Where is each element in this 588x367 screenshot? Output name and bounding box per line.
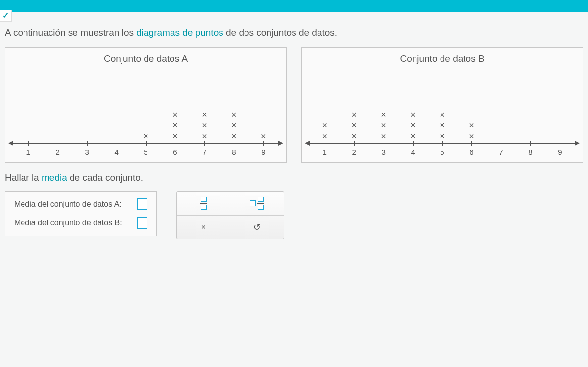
answer-input-a[interactable] [137, 198, 147, 210]
math-toolbox: × ↺ [176, 191, 284, 239]
data-point: × [172, 121, 178, 130]
axis-tick [87, 141, 88, 146]
plots-row: Conjunto de datos A 12345×6×××7×××8×××9×… [5, 47, 583, 163]
axis-tick-label: 1 [26, 148, 30, 156]
answer-line-a: Media del conjunto de datos A: [14, 198, 147, 210]
answer-input-b[interactable] [137, 217, 147, 229]
axis-tick [354, 141, 355, 146]
axis-tick-label: 2 [352, 148, 356, 156]
axis-tick [234, 141, 234, 146]
question-post: de cada conjunto. [67, 172, 143, 183]
axis-tick-label: 5 [144, 148, 147, 156]
check-icon: ✓ [0, 10, 12, 22]
data-point: × [351, 132, 357, 141]
axis-tick-label: 4 [114, 148, 118, 156]
data-point: × [440, 110, 445, 119]
problem-content: A continuación se muestran los diagramas… [0, 12, 588, 249]
data-point: × [202, 110, 207, 119]
data-point: × [231, 110, 237, 119]
axis-tick [501, 141, 501, 146]
fraction-icon [200, 197, 207, 210]
axis-tick [28, 141, 29, 146]
reset-button[interactable]: ↺ [230, 216, 284, 239]
axis-tick-label: 6 [173, 148, 177, 156]
prompt-text-pre: A continuación se muestran los [5, 27, 136, 38]
axis-tick-label: 8 [528, 148, 532, 156]
axis-tick [204, 141, 205, 146]
data-point: × [202, 132, 207, 141]
axis-tick [413, 141, 414, 146]
mixed-number-button[interactable] [230, 192, 284, 215]
answer-line-b: Media del conjunto de datos B: [14, 217, 147, 229]
data-point: × [410, 110, 416, 119]
answer-label-b: Media del conjunto de datos B: [14, 219, 122, 227]
data-point: × [440, 121, 445, 130]
dotplot-a-title: Conjunto de datos A [12, 53, 279, 64]
axis-tick [442, 141, 443, 146]
data-point: × [351, 121, 357, 130]
axis-tick-label: 5 [440, 148, 444, 156]
question-text: Hallar la media de cada conjunto. [5, 172, 583, 183]
axis-tick [325, 141, 325, 146]
data-point: × [172, 110, 178, 119]
data-point: × [231, 132, 237, 141]
data-point: × [261, 132, 266, 141]
axis-tick-label: 4 [411, 148, 415, 156]
data-point: × [410, 121, 416, 130]
axis-tick [560, 141, 560, 146]
data-point: × [469, 132, 474, 141]
answers-row: Media del conjunto de datos A: Media del… [5, 191, 583, 239]
axis-tick-label: 9 [558, 148, 562, 156]
data-point: × [440, 132, 445, 141]
axis-tick [530, 141, 531, 146]
term-link-media[interactable]: media [42, 172, 67, 183]
question-pre: Hallar la [5, 172, 42, 183]
axis-tick-label: 3 [85, 148, 89, 156]
axis-tick [384, 141, 384, 146]
data-point: × [351, 110, 357, 119]
app-top-bar [0, 0, 588, 12]
data-point: × [322, 132, 327, 141]
axis-tick [471, 141, 472, 146]
axis-tick-label: 6 [469, 148, 473, 156]
fraction-button[interactable] [177, 192, 230, 215]
data-point: × [381, 121, 386, 130]
data-point: × [202, 121, 207, 130]
problem-prompt: A continuación se muestran los diagramas… [5, 27, 583, 38]
data-point: × [322, 121, 327, 130]
axis-tick-label: 7 [499, 148, 503, 156]
data-point: × [381, 132, 386, 141]
clear-button[interactable]: × [177, 216, 230, 239]
axis-tick [146, 141, 147, 146]
axis-tick [58, 141, 58, 146]
data-point: × [231, 121, 237, 130]
dotplot-b-title: Conjunto de datos B [309, 53, 576, 64]
dotplot-b-box: Conjunto de datos B 1××2×××3×××4×××5×××6… [301, 47, 583, 163]
data-point: × [381, 110, 386, 119]
axis-tick-label: 7 [202, 148, 206, 156]
answer-box: Media del conjunto de datos A: Media del… [5, 191, 157, 236]
dotplot-b: 1××2×××3×××4×××5×××6××789 [309, 89, 576, 157]
dotplot-a: 12345×6×××7×××8×××9× [12, 89, 279, 157]
axis-tick-label: 2 [55, 148, 59, 156]
dotplot-a-box: Conjunto de datos A 12345×6×××7×××8×××9× [5, 47, 287, 163]
answer-label-a: Media del conjunto de datos A: [14, 200, 122, 209]
axis-tick [175, 141, 175, 146]
term-link-diagramas[interactable]: diagramas de puntos [136, 27, 223, 38]
data-point: × [143, 132, 148, 141]
data-point: × [172, 132, 178, 141]
axis-tick-label: 9 [261, 148, 265, 156]
axis-tick-label: 3 [381, 148, 385, 156]
axis-tick [117, 141, 117, 146]
data-point: × [410, 132, 416, 141]
axis-tick-label: 1 [323, 148, 327, 156]
prompt-text-post: de dos conjuntos de datos. [223, 27, 337, 38]
axis-tick [263, 141, 264, 146]
axis-tick-label: 8 [232, 148, 236, 156]
clear-icon: × [201, 223, 206, 232]
mixed-number-icon [250, 197, 264, 210]
data-point: × [469, 121, 474, 130]
reset-icon: ↺ [253, 222, 261, 233]
